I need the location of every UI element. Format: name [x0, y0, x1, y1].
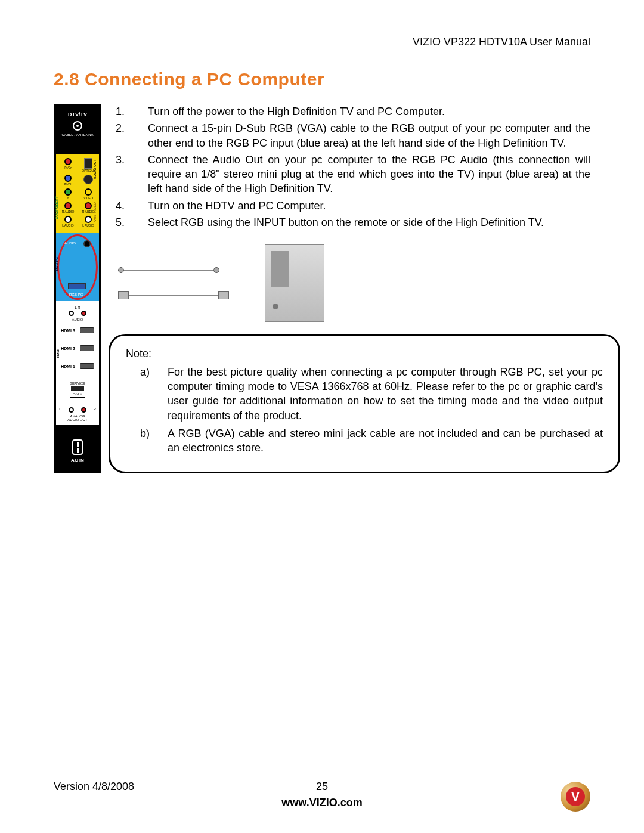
hdmi2-row: HDMI 2 — [61, 345, 94, 351]
hdmi-audio-r — [81, 311, 86, 316]
rgb-port-label: RGB PC — [69, 293, 83, 296]
hdmi2-port — [80, 345, 94, 351]
hdmi3-row: HDMI 3 — [61, 327, 94, 333]
hdmi2-label: HDMI 2 — [61, 346, 75, 351]
doc-title: VIZIO VP322 HDTV10A User Manual — [54, 36, 590, 48]
rgb-pc-zone: RGB PC AUDIO RGB PC — [56, 233, 99, 301]
dtv-zone: DTV/TV CABLE / ANTENNA — [56, 107, 99, 154]
analog-out-row: L R ANALOG AUDIO OUT — [59, 406, 96, 422]
lr-audio-hdmi: L R AUDIO — [69, 306, 86, 321]
vizio-logo: V — [561, 782, 590, 812]
step-num: 4. — [112, 199, 148, 213]
pr-label: Pr/Cr — [64, 166, 72, 169]
tv-input-panel-diagram: DTV/TV CABLE / ANTENNA COMPONENT AUDIO O… — [54, 104, 101, 473]
pb-port: Pb/Cb — [60, 175, 76, 186]
note-text: For the best picture quality when connec… — [168, 365, 603, 423]
pc-tower-icon — [265, 244, 324, 322]
pb-label: Pb/Cb — [64, 182, 72, 186]
service-row: SERVICE ONLY — [70, 380, 85, 398]
pr-port: Pr/Cr — [60, 158, 76, 172]
raudio-port: R AUDIO — [60, 202, 76, 213]
analog-l — [69, 407, 74, 413]
ac-plug-icon — [72, 439, 83, 455]
dtv-label: DTV/TV — [68, 112, 87, 117]
note-title: Note: — [126, 346, 603, 361]
audio-cable-icon — [118, 267, 229, 273]
raudio-label: R AUDIO — [62, 210, 75, 213]
rgb-audio-label: AUDIO — [64, 241, 76, 245]
manual-page: VIZIO VP322 HDTV10A User Manual 2.8 Conn… — [0, 0, 644, 833]
graphics-row — [118, 244, 590, 322]
note-letter: b) — [126, 426, 168, 456]
audio-out-label: AUDIO OUT — [93, 159, 97, 179]
step-text: Connect a 15-pin D-Sub RGB (VGA) cable t… — [148, 121, 590, 150]
section-number: 2.8 — [54, 69, 79, 89]
vga-cable-icon — [118, 291, 229, 299]
ac-in-zone: AC IN — [71, 437, 84, 463]
step-text: Turn on the HDTV and PC Computer. — [148, 199, 590, 213]
note-text: A RGB (VGA) cable and stereo mini jack c… — [168, 426, 603, 456]
video-port: VIDEO — [80, 188, 97, 200]
rgb-zone-label: RGB PC — [55, 257, 58, 271]
laudio-port: L AUDIO — [60, 216, 76, 227]
step-num: 1. — [112, 104, 148, 119]
vga-port — [68, 283, 86, 289]
hdmi1-label: HDMI 1 — [61, 364, 75, 368]
cables-diagram — [118, 267, 229, 299]
video-label: VIDEO — [83, 196, 93, 200]
note-letter: a) — [126, 365, 168, 423]
analog-r — [81, 407, 86, 413]
step-text: Connect the Audio Out on your pc compute… — [148, 153, 590, 196]
hdmi1-port — [80, 363, 94, 369]
lr-audio-label: AUDIO — [72, 318, 83, 321]
laudio-label: L AUDIO — [62, 224, 74, 227]
y-port: Y — [60, 188, 76, 200]
content-column: 1.Turn off the power to the High Definit… — [112, 104, 590, 473]
step-text: Turn off the power to the High Definitio… — [148, 104, 590, 119]
body-row: DTV/TV CABLE / ANTENNA COMPONENT AUDIO O… — [54, 104, 590, 473]
step-num: 5. — [112, 215, 148, 230]
hdmi-audio-l — [69, 311, 74, 316]
step-num: 2. — [112, 121, 148, 150]
hdmi-zone-label: HDMI — [56, 349, 60, 358]
y-label: Y — [67, 196, 69, 200]
analog-label-2: AUDIO OUT — [59, 418, 96, 422]
service-port — [71, 386, 84, 391]
vizio-logo-letter: V — [566, 787, 585, 806]
section-heading: 2.8 Connecting a PC Computer — [54, 69, 590, 89]
footer-page-number: 25 — [54, 781, 590, 793]
hdmi3-port — [80, 327, 94, 333]
component-audio-zone: COMPONENT AUDIO OUT AV/S-VIDEO Pr/Cr OPT… — [56, 154, 99, 233]
hdmi3-label: HDMI 3 — [61, 329, 75, 333]
step-num: 3. — [112, 153, 148, 196]
laudio2-label: L AUDIO — [82, 224, 94, 227]
section-title-text: Connecting a PC Computer — [85, 69, 324, 89]
service-label-1: SERVICE — [70, 380, 85, 385]
steps-list: 1.Turn off the power to the High Definit… — [112, 104, 590, 230]
ac-in-label: AC IN — [71, 457, 84, 463]
av-svideo-label: AV/S-VIDEO — [93, 202, 97, 222]
note-box: Note: a)For the best picture quality whe… — [109, 334, 620, 473]
hdmi-zone: HDMI L R AUDIO HDMI 3 HDMI 2 HDMI 1 SERV… — [56, 301, 99, 425]
rgb-highlight-circle — [57, 234, 98, 300]
service-label-2: ONLY — [70, 392, 85, 398]
rgb-audio-jack — [83, 240, 91, 247]
hdmi1-row: HDMI 1 — [61, 363, 94, 369]
step-text: Select RGB using the INPUT button on the… — [148, 215, 590, 230]
cable-antenna-label: CABLE / ANTENNA — [61, 133, 93, 137]
footer-url: www.VIZIO.com — [54, 797, 590, 809]
page-footer: Version 4/8/2008 25 www.VIZIO.com V — [54, 781, 590, 809]
coax-icon — [73, 121, 82, 131]
lr-label: L R — [75, 306, 80, 309]
component-label: COMPONENT — [55, 196, 58, 219]
